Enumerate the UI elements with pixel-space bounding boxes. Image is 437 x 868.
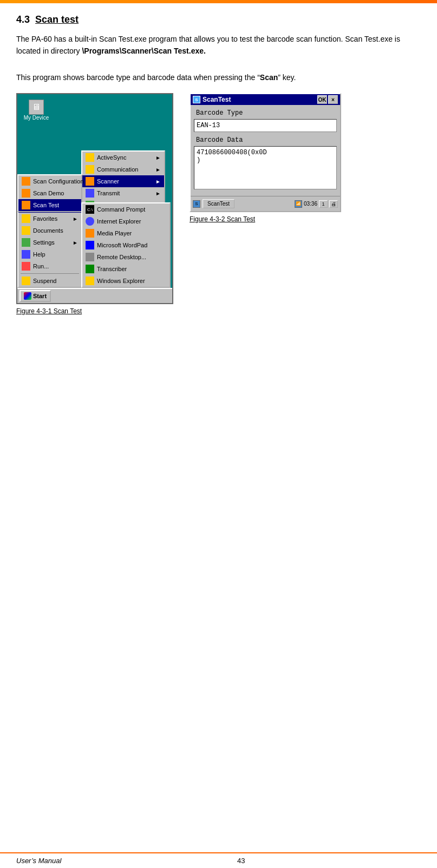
para1-text: The PA-60 has a built-in Scan Test.exe p… bbox=[16, 35, 400, 55]
scan-demo-icon bbox=[22, 189, 30, 198]
media-icon bbox=[86, 229, 94, 238]
cmdprompt-icon: C:\ bbox=[86, 205, 94, 214]
scan-config-item[interactable]: Scan Configuration bbox=[18, 175, 81, 187]
transcriber-item[interactable]: Transcriber bbox=[82, 263, 169, 275]
figure1-container: 🖥 My Device Programs ► Favorites ► bbox=[16, 93, 173, 315]
ie-icon bbox=[86, 217, 94, 226]
taskbar-extra-icon: 🖨 bbox=[329, 200, 338, 208]
windows-logo-icon bbox=[24, 292, 31, 300]
menu-item-run[interactable]: Run... bbox=[18, 260, 81, 272]
signal-icon: 📶 bbox=[295, 200, 302, 208]
start-button[interactable]: Start bbox=[19, 290, 51, 302]
menu-separator bbox=[21, 273, 79, 274]
menu-item-settings[interactable]: Settings ► bbox=[18, 236, 81, 248]
figure2-caption: Figure 4-3-2 Scan Test bbox=[190, 215, 255, 223]
scantest-dialog: S ScanTest OK × Barcode Type EAN-13 Barc… bbox=[190, 93, 341, 212]
footer-center: 43 bbox=[237, 857, 245, 865]
activesync-icon bbox=[86, 153, 94, 162]
menu-item-documents[interactable]: Documents bbox=[18, 225, 81, 236]
transmit-icon bbox=[86, 189, 94, 198]
documents-icon bbox=[22, 226, 30, 235]
run-icon bbox=[22, 262, 30, 271]
ok-button[interactable]: OK bbox=[317, 95, 327, 104]
dialog-taskbar: S ScanTest 📶 03:36 1 🖨 bbox=[191, 196, 340, 211]
footer-left: User’s Manual bbox=[16, 857, 61, 865]
favorites-icon bbox=[22, 214, 30, 223]
barcode-data-value: 4710866000408(0x0D) bbox=[194, 146, 337, 189]
scan-demo-item[interactable]: Scan Demo bbox=[18, 187, 81, 199]
wordpad-icon bbox=[86, 241, 94, 249]
transcriber-icon bbox=[86, 265, 94, 273]
section-heading: 4.3 Scan test bbox=[16, 14, 421, 25]
barcode-data-label: Barcode Data bbox=[194, 135, 337, 145]
wince-screen: 🖥 My Device Programs ► Favorites ► bbox=[16, 93, 173, 304]
figures-row: 🖥 My Device Programs ► Favorites ► bbox=[16, 93, 421, 315]
scan-test-item[interactable]: Scan Test bbox=[18, 199, 81, 211]
scan-config-icon bbox=[22, 177, 30, 186]
para1-bold: \Programs\Scanner\Scan Test.exe. bbox=[82, 47, 206, 55]
section-title: Scan test bbox=[35, 14, 79, 25]
footer: User’s Manual 43 bbox=[0, 852, 437, 868]
menu-item-suspend[interactable]: Suspend bbox=[18, 275, 81, 287]
scan-test-icon bbox=[22, 201, 30, 209]
taskbar-time: 03:36 bbox=[304, 201, 317, 207]
remote-desktop-item[interactable]: Remote Desktop... bbox=[82, 251, 169, 263]
wordpad-item[interactable]: Microsoft WordPad bbox=[82, 239, 169, 251]
suspend-icon bbox=[22, 277, 30, 285]
scanner-icon bbox=[86, 177, 94, 186]
taskbar-scantest-btn[interactable]: ScanTest bbox=[203, 199, 234, 208]
dialog-body: Barcode Type EAN-13 Barcode Data 4710866… bbox=[191, 105, 340, 196]
close-button[interactable]: × bbox=[328, 95, 338, 104]
para1: The PA-60 has a built-in Scan Test.exe p… bbox=[16, 33, 421, 57]
desktop-icon-label: My Device bbox=[24, 115, 49, 121]
para2: This program shows barcode type and barc… bbox=[16, 71, 421, 83]
menu-item-help[interactable]: Help bbox=[18, 248, 81, 260]
help-icon bbox=[22, 250, 30, 259]
section-number: 4.3 bbox=[16, 14, 30, 25]
communication-icon bbox=[86, 165, 94, 174]
submenu-activesync[interactable]: ActiveSync ► bbox=[82, 152, 164, 163]
desktop-icon-mydevice: 🖥 My Device bbox=[23, 100, 50, 121]
barcode-type-value: EAN-13 bbox=[194, 119, 337, 132]
windows-explorer-item[interactable]: Windows Explorer bbox=[82, 275, 169, 287]
winexplorer-icon bbox=[86, 277, 94, 285]
dialog-title-left: S ScanTest bbox=[193, 96, 231, 103]
wince-taskbar: Start bbox=[17, 288, 172, 303]
menu-item-favorites[interactable]: Favorites ► bbox=[18, 213, 81, 225]
mydevice-icon: 🖥 bbox=[29, 100, 44, 115]
settings-icon bbox=[22, 238, 30, 247]
scanner-submenu: Scan Configuration Scan Demo Scan Test bbox=[17, 174, 82, 212]
scantest-title-icon: S bbox=[193, 96, 200, 103]
ie-item[interactable]: Internet Explorer bbox=[82, 215, 169, 227]
media-player-item[interactable]: Media Player bbox=[82, 227, 169, 239]
cmd-prompt-item[interactable]: C:\ Command Prompt bbox=[82, 203, 169, 215]
barcode-type-label: Barcode Type bbox=[194, 108, 337, 118]
dialog-title-buttons: OK × bbox=[317, 95, 338, 104]
programs-list-submenu: C:\ Command Prompt Internet Explorer Med… bbox=[81, 202, 171, 288]
submenu-scanner[interactable]: Scanner ► bbox=[82, 175, 164, 187]
remote-icon bbox=[86, 253, 94, 261]
figure1-caption: Figure 4-3-1 Scan Test bbox=[16, 307, 82, 315]
submenu-communication[interactable]: Communication ► bbox=[82, 163, 164, 175]
dialog-titlebar: S ScanTest OK × bbox=[191, 94, 340, 105]
figure2-container: S ScanTest OK × Barcode Type EAN-13 Barc… bbox=[190, 93, 341, 223]
taskbar-scan-icon: S bbox=[193, 200, 200, 208]
taskbar-label: ScanTest bbox=[207, 201, 230, 207]
start-menu: Programs ► Favorites ► Documents Se bbox=[17, 200, 82, 288]
submenu-transmit[interactable]: Transmit ► bbox=[82, 187, 164, 199]
para2-text: This program shows barcode type and barc… bbox=[16, 73, 296, 82]
taskbar-num: 1 bbox=[319, 200, 328, 208]
dialog-title-text: ScanTest bbox=[203, 96, 231, 103]
